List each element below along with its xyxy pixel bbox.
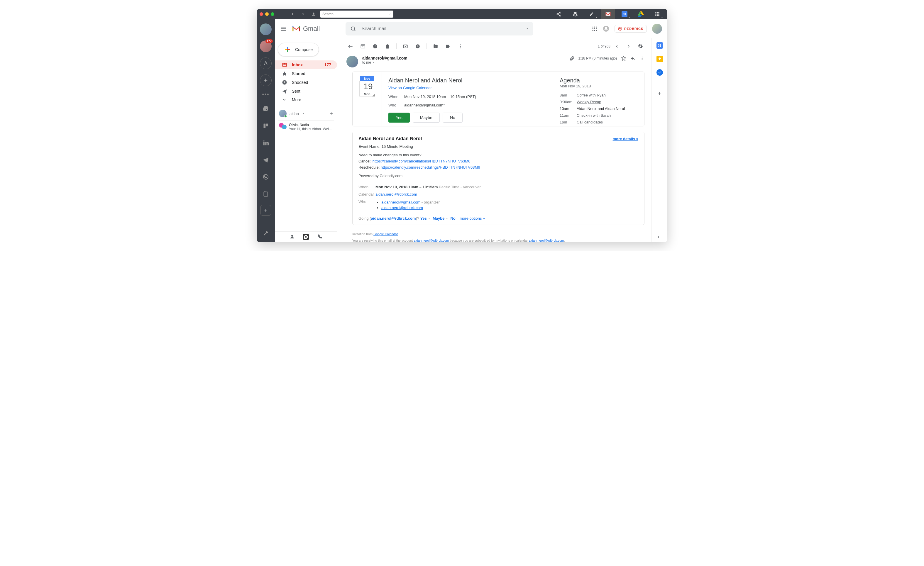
hangouts-icon[interactable] <box>303 234 309 240</box>
evernote-icon[interactable] <box>260 103 272 115</box>
edit-icon[interactable]: ▼ <box>585 9 599 19</box>
notepad-icon[interactable] <box>260 188 272 200</box>
trello-icon[interactable] <box>260 120 272 132</box>
next-message-button[interactable] <box>623 41 634 52</box>
search-dropdown-icon[interactable] <box>388 12 392 16</box>
recipient-line[interactable]: to me <box>362 60 565 64</box>
rsvp-maybe-button[interactable]: Maybe <box>413 112 440 123</box>
agenda-item[interactable]: 8amCoffee with Ryan <box>560 92 638 99</box>
global-search[interactable]: Search <box>320 10 393 18</box>
move-to-button[interactable] <box>430 41 441 52</box>
profile-icon[interactable] <box>309 10 318 18</box>
sender-avatar[interactable] <box>346 56 358 67</box>
gmail-brand-text: Gmail <box>303 25 320 33</box>
add-account-button[interactable]: + <box>260 75 272 86</box>
org-badge[interactable]: REDBRICK <box>615 25 647 33</box>
star-message-button[interactable] <box>621 56 626 61</box>
collapse-panel-button[interactable] <box>656 235 661 239</box>
more-details-link[interactable]: more details » <box>613 137 638 141</box>
mark-unread-button[interactable] <box>400 41 411 52</box>
view-calendar-link[interactable]: View on Google Calendar <box>388 85 432 90</box>
reschedule-link[interactable]: https://calendly.com/reschedulings/HBDTT… <box>381 165 480 169</box>
account-email-link[interactable]: aidan.nerol@rdbrck.com <box>414 239 449 242</box>
more-dots-icon[interactable]: ••• <box>262 91 270 98</box>
svg-marker-54 <box>373 62 374 63</box>
hangouts-user[interactable]: aidan + <box>278 108 334 119</box>
calendar-email-link[interactable]: aidan.nerol@rdbrck.com <box>529 239 564 242</box>
settings-wrench-icon[interactable] <box>260 228 272 239</box>
going-no-link[interactable]: No <box>450 216 455 220</box>
settings-gear-icon[interactable] <box>635 41 646 52</box>
user-avatar[interactable] <box>652 24 662 34</box>
label-button[interactable] <box>442 41 453 52</box>
message-more-button[interactable] <box>640 56 645 61</box>
rsvp-no-button[interactable]: No <box>442 112 463 123</box>
back-to-inbox-button[interactable] <box>345 41 356 52</box>
forward-button[interactable] <box>299 10 307 18</box>
going-more-options-link[interactable]: more options » <box>460 216 485 220</box>
gmail-app-icon[interactable] <box>601 9 615 19</box>
minimize-button[interactable] <box>265 12 269 16</box>
attachment-icon[interactable] <box>569 56 574 61</box>
archive-button[interactable] <box>358 41 368 52</box>
phone-icon[interactable] <box>317 234 322 240</box>
account-avatar-1[interactable] <box>260 24 272 35</box>
gmail-search[interactable]: Search mail <box>345 22 533 36</box>
svg-rect-16 <box>264 124 266 128</box>
telegram-icon[interactable] <box>260 154 272 166</box>
folder-sent[interactable]: Sent <box>275 87 337 96</box>
linkedin-icon[interactable] <box>260 137 272 149</box>
more-actions-button[interactable] <box>455 41 465 52</box>
agenda-item[interactable]: 9:30amWeekly Recap <box>560 99 638 105</box>
reply-button[interactable] <box>630 56 636 61</box>
folder-snoozed[interactable]: Snoozed <box>275 78 337 87</box>
contacts-icon[interactable] <box>290 234 295 240</box>
share-icon[interactable] <box>552 9 566 19</box>
chat-thread[interactable]: Olivia, Nadia You: Hi, this is Aidan. We… <box>278 122 334 132</box>
side-add-icon[interactable]: + <box>657 90 663 96</box>
new-chat-button[interactable]: + <box>329 110 333 117</box>
account-avatar-3[interactable]: A <box>260 57 272 69</box>
going-yes-link[interactable]: Yes <box>420 216 427 220</box>
agenda-item-current[interactable]: 10amAidan Nerol and Aidan Nerol <box>560 105 638 112</box>
close-button[interactable] <box>260 12 263 16</box>
side-keep-icon[interactable] <box>657 56 663 62</box>
chat-username: aidan <box>290 111 299 116</box>
going-email-link[interactable]: aidan.nerol@rdbrck.com <box>371 216 416 220</box>
attendee-link[interactable]: aidan.nerol@rdbrck.com <box>381 205 423 210</box>
delete-button[interactable] <box>382 41 393 52</box>
message-time: 1:18 PM (0 minutes ago) <box>579 56 617 60</box>
side-calendar-icon[interactable]: 31 <box>657 42 663 49</box>
apps-launcher-icon[interactable] <box>592 26 597 31</box>
drive-app-icon[interactable] <box>634 9 648 19</box>
prev-message-button[interactable] <box>612 41 622 52</box>
side-tasks-icon[interactable] <box>657 69 663 76</box>
attendee-link[interactable]: aidannerol@gmail.com <box>381 200 420 204</box>
rsvp-yes-button[interactable]: Yes <box>388 112 410 123</box>
agenda-item[interactable]: 11amCheck-in with Sarah <box>560 112 638 119</box>
calendar-email-link[interactable]: aidan.nerol@rdbrck.com <box>375 192 417 196</box>
agenda-item[interactable]: 1pmCall candidates <box>560 119 638 126</box>
folder-inbox[interactable]: Inbox 177 <box>275 60 337 69</box>
maximize-button[interactable] <box>271 12 274 16</box>
notifications-icon[interactable] <box>603 25 609 32</box>
folder-starred[interactable]: Starred <box>275 69 337 78</box>
whatsapp-icon[interactable] <box>260 171 272 183</box>
layers-icon[interactable] <box>568 9 582 19</box>
cancel-link[interactable]: https://calendly.com/cancellations/HBDTT… <box>372 159 471 163</box>
apps-grid-icon[interactable]: ▼ <box>650 9 664 19</box>
going-maybe-link[interactable]: Maybe <box>433 216 444 220</box>
menu-icon[interactable] <box>280 25 286 32</box>
folder-more[interactable]: More <box>275 96 337 104</box>
back-button[interactable] <box>288 10 297 18</box>
gmail-logo[interactable]: Gmail <box>292 25 320 33</box>
search-options-icon[interactable] <box>526 27 529 30</box>
compose-button[interactable]: Compose <box>278 43 319 56</box>
google-calendar-link[interactable]: Google Calendar <box>374 232 398 236</box>
account-avatar-2[interactable]: 177 <box>260 40 272 52</box>
spam-button[interactable]: ! <box>370 41 381 52</box>
svg-rect-8 <box>657 12 658 13</box>
snooze-button[interactable] <box>412 41 423 52</box>
add-app-button[interactable]: + <box>261 205 271 216</box>
calendar-app-icon[interactable]: 31 ▼ <box>618 9 632 19</box>
